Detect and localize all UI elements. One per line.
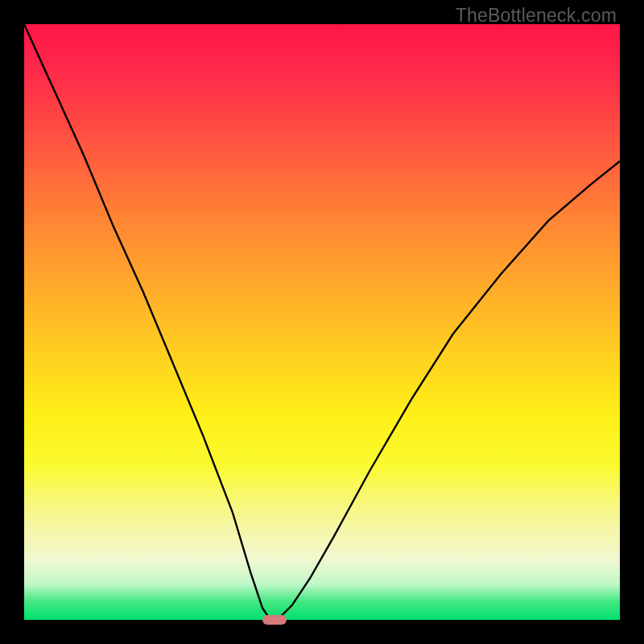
watermark-text: TheBottleneck.com xyxy=(456,5,617,27)
plot-area xyxy=(24,24,620,620)
bottleneck-curve xyxy=(24,24,620,620)
optimal-marker xyxy=(262,615,287,625)
curve-svg xyxy=(24,24,620,620)
